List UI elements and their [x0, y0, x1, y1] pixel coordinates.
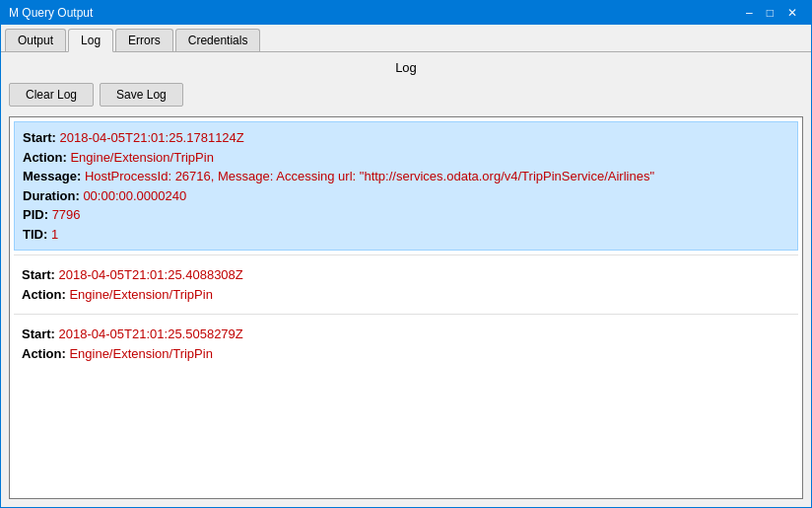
main-window: M Query Output – □ ✕ Output Log Errors C…	[0, 0, 812, 508]
content-area: Log Clear Log Save Log Start: 2018-04-05…	[1, 52, 811, 507]
log-field-message: Message: HostProcessId: 26716, Message: …	[23, 167, 789, 186]
tab-log[interactable]: Log	[68, 29, 113, 52]
log-entry[interactable]: Start: 2018-04-05T21:01:25.1781124Z Acti…	[14, 121, 798, 251]
tab-credentials[interactable]: Credentials	[175, 29, 261, 51]
log-field-action: Action: Engine/Extension/TripPin	[22, 285, 790, 305]
tab-errors[interactable]: Errors	[115, 29, 173, 51]
log-entry[interactable]: Start: 2018-04-05T21:01:25.5058279Z Acti…	[14, 319, 798, 369]
log-field-pid: PID: 7796	[23, 205, 789, 225]
log-divider	[14, 314, 798, 315]
window-title: M Query Output	[9, 6, 93, 20]
log-field-start: Start: 2018-04-05T21:01:25.4088308Z	[22, 265, 790, 285]
maximize-button[interactable]: □	[761, 5, 779, 21]
log-entry[interactable]: Start: 2018-04-05T21:01:25.4088308Z Acti…	[14, 259, 798, 310]
log-divider	[14, 254, 798, 255]
tab-bar: Output Log Errors Credentials	[1, 25, 811, 52]
log-field-start: Start: 2018-04-05T21:01:25.5058279Z	[22, 325, 790, 344]
toolbar: Clear Log Save Log	[9, 83, 803, 107]
minimize-button[interactable]: –	[740, 5, 759, 21]
log-field-start: Start: 2018-04-05T21:01:25.1781124Z	[23, 128, 789, 148]
close-button[interactable]: ✕	[781, 5, 803, 21]
tab-output[interactable]: Output	[5, 29, 66, 51]
log-field-action: Action: Engine/Extension/TripPin	[23, 148, 789, 168]
log-container[interactable]: Start: 2018-04-05T21:01:25.1781124Z Acti…	[9, 116, 803, 499]
log-field-tid: TID: 1	[23, 225, 789, 245]
clear-log-button[interactable]: Clear Log	[9, 83, 94, 107]
window-controls: – □ ✕	[740, 5, 803, 21]
title-bar: M Query Output – □ ✕	[1, 1, 811, 25]
page-title: Log	[9, 60, 803, 75]
log-field-action: Action: Engine/Extension/TripPin	[22, 344, 790, 364]
save-log-button[interactable]: Save Log	[100, 83, 183, 107]
log-field-duration: Duration: 00:00:00.0000240	[23, 186, 789, 206]
